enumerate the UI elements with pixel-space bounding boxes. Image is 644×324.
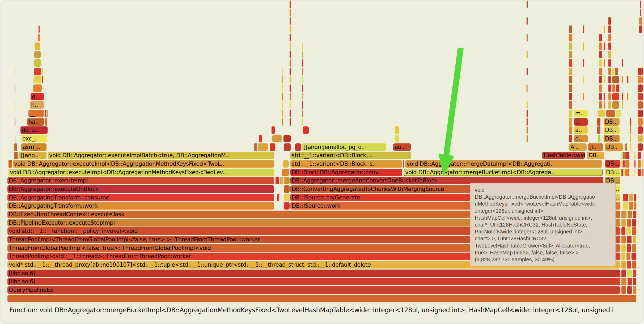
flame-frame[interactable] bbox=[527, 110, 528, 117]
flame-frame[interactable] bbox=[633, 278, 636, 285]
flame-frame[interactable] bbox=[632, 227, 636, 235]
flame-frame[interactable] bbox=[612, 93, 619, 100]
flame-frame[interactable] bbox=[284, 185, 290, 193]
flame-frame[interactable]: [libc.so.6] bbox=[7, 278, 620, 285]
flame-frame[interactable] bbox=[42, 76, 43, 83]
flame-frame[interactable] bbox=[632, 261, 636, 268]
flame-frame[interactable] bbox=[282, 169, 289, 176]
flame-frame[interactable] bbox=[622, 101, 623, 109]
flame-frame[interactable] bbox=[621, 219, 626, 227]
flame-frame[interactable] bbox=[290, 101, 291, 109]
flame-frame[interactable] bbox=[623, 194, 628, 201]
flame-frame[interactable]: DB:.. bbox=[605, 169, 620, 176]
flame-frame[interactable] bbox=[598, 110, 605, 117]
flame-frame[interactable] bbox=[395, 126, 399, 134]
flame-frame[interactable] bbox=[630, 126, 631, 134]
flame-frame[interactable]: DB.. bbox=[605, 143, 623, 151]
flame-frame[interactable] bbox=[284, 202, 290, 210]
flame-frame[interactable] bbox=[599, 51, 602, 58]
flame-frame[interactable] bbox=[634, 160, 635, 168]
flame-frame[interactable] bbox=[276, 177, 279, 184]
flame-frame[interactable] bbox=[583, 59, 584, 67]
flame-frame[interactable] bbox=[633, 286, 636, 294]
flame-frame[interactable] bbox=[527, 135, 528, 142]
flame-frame[interactable] bbox=[604, 93, 605, 100]
flame-frame[interactable] bbox=[290, 76, 291, 83]
flame-frame[interactable] bbox=[634, 152, 635, 159]
flame-frame[interactable] bbox=[640, 1, 641, 8]
flame-frame[interactable] bbox=[254, 143, 257, 151]
flame-frame[interactable]: d.. bbox=[574, 135, 588, 142]
flame-frame[interactable] bbox=[599, 34, 602, 41]
flame-frame[interactable] bbox=[612, 68, 614, 75]
flame-frame[interactable]: [[anon:jemalloc_pg_o.. bbox=[302, 143, 386, 151]
flame-frame[interactable] bbox=[15, 101, 15, 109]
flame-frame[interactable] bbox=[282, 110, 283, 117]
flame-frame[interactable] bbox=[626, 227, 631, 235]
flame-frame[interactable] bbox=[627, 261, 631, 268]
flame-frame[interactable] bbox=[527, 34, 528, 41]
flame-frame[interactable] bbox=[632, 244, 636, 252]
flame-frame[interactable]: au.. bbox=[393, 143, 411, 151]
flame-frame[interactable] bbox=[627, 286, 632, 294]
flame-frame[interactable] bbox=[258, 143, 268, 151]
flame-frame[interactable] bbox=[569, 76, 572, 83]
flame-frame[interactable] bbox=[608, 68, 611, 75]
flame-frame[interactable] bbox=[638, 84, 643, 92]
flame-frame[interactable] bbox=[280, 177, 283, 184]
flame-frame[interactable] bbox=[15, 84, 15, 92]
flame-frame[interactable]: l.. bbox=[574, 118, 588, 126]
flame-frame[interactable] bbox=[638, 135, 643, 142]
flame-frame[interactable] bbox=[608, 51, 611, 58]
flame-frame[interactable] bbox=[628, 278, 632, 285]
flame-frame[interactable] bbox=[599, 101, 602, 109]
flame-frame[interactable]: m.. bbox=[574, 110, 588, 117]
flame-frame[interactable]: exc_.. bbox=[21, 135, 47, 142]
flame-frame[interactable]: [[ano.. bbox=[19, 152, 46, 159]
flame-frame[interactable] bbox=[583, 42, 584, 50]
flame-frame[interactable]: std::__1::variant<DB::Block, s.. bbox=[290, 160, 402, 168]
flame-frame[interactable] bbox=[290, 68, 291, 75]
flame-frame[interactable] bbox=[599, 68, 602, 75]
flame-canvas[interactable]: QueryPipelineEx[libc.so.6][libc.so.6]voi… bbox=[1, 1, 643, 323]
flame-frame[interactable] bbox=[569, 110, 572, 117]
flame-frame[interactable] bbox=[569, 101, 572, 109]
flame-frame[interactable] bbox=[638, 126, 643, 134]
flame-frame[interactable] bbox=[597, 126, 600, 134]
flame-frame[interactable] bbox=[33, 76, 41, 83]
flame-frame[interactable] bbox=[290, 1, 291, 8]
flame-frame[interactable]: DB::Aggregator::executeImpl bbox=[7, 177, 274, 184]
flame-frame[interactable] bbox=[38, 34, 40, 41]
flame-frame[interactable] bbox=[527, 126, 528, 134]
flame-frame[interactable] bbox=[633, 236, 636, 243]
flame-frame[interactable]: [l.. bbox=[588, 143, 603, 151]
flame-frame[interactable] bbox=[625, 143, 627, 151]
flame-frame[interactable] bbox=[14, 152, 18, 159]
flame-frame[interactable] bbox=[569, 51, 572, 58]
flame-frame[interactable] bbox=[569, 118, 572, 126]
flame-frame[interactable] bbox=[33, 84, 42, 92]
flame-frame[interactable]: void DB::Aggregator::executeImpl<DB::Agg… bbox=[9, 169, 274, 176]
flame-frame[interactable] bbox=[604, 59, 605, 67]
flame-frame[interactable] bbox=[302, 118, 303, 126]
flame-frame[interactable] bbox=[638, 160, 641, 168]
flame-frame[interactable] bbox=[621, 270, 626, 277]
flame-frame[interactable] bbox=[282, 68, 283, 75]
flame-frame[interactable] bbox=[621, 227, 625, 235]
flame-frame[interactable] bbox=[34, 51, 41, 58]
flame-frame[interactable] bbox=[606, 110, 615, 117]
flame-frame[interactable] bbox=[302, 110, 303, 117]
flame-frame[interactable] bbox=[608, 84, 611, 92]
flame-frame[interactable]: std::__1::variant<DB::Block, .. bbox=[290, 152, 411, 159]
flame-frame[interactable] bbox=[270, 143, 275, 151]
flame-frame[interactable] bbox=[630, 118, 631, 126]
flame-frame[interactable] bbox=[527, 1, 528, 8]
flame-frame[interactable] bbox=[290, 118, 291, 126]
flame-frame[interactable] bbox=[633, 270, 636, 277]
flame-frame[interactable] bbox=[583, 25, 584, 33]
flame-frame[interactable]: QueryPipelineEx bbox=[7, 286, 620, 294]
flame-frame[interactable] bbox=[604, 25, 605, 33]
flame-frame[interactable] bbox=[34, 59, 41, 67]
flame-frame[interactable] bbox=[604, 42, 605, 50]
flame-frame[interactable] bbox=[45, 110, 46, 117]
